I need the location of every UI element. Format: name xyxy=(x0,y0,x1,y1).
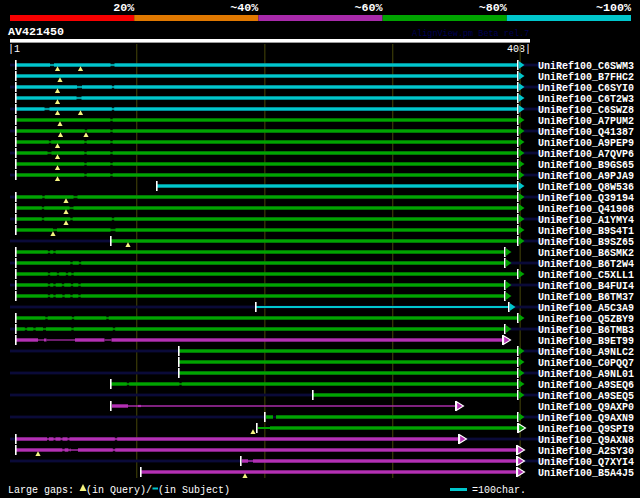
svg-text:UniRef100_Q9AXN9: UniRef100_Q9AXN9 xyxy=(538,413,634,424)
svg-text:UniRef100_Q8W536: UniRef100_Q8W536 xyxy=(538,182,634,193)
svg-text:Large gaps:: Large gaps: xyxy=(8,485,74,496)
svg-text:(in Subject): (in Subject) xyxy=(158,485,230,496)
svg-text:UniRef100_C6SYI0: UniRef100_C6SYI0 xyxy=(538,83,634,94)
svg-text:20%: 20% xyxy=(113,1,135,15)
svg-text:UniRef100_B6SMK2: UniRef100_B6SMK2 xyxy=(538,248,634,259)
svg-text:~80%: ~80% xyxy=(479,1,508,15)
svg-text:408|: 408| xyxy=(507,44,531,55)
svg-text:UniRef100_C5XLL1: UniRef100_C5XLL1 xyxy=(538,270,634,281)
svg-text:UniRef100_Q9SPI9: UniRef100_Q9SPI9 xyxy=(538,424,634,435)
svg-text:AlignView.pm Beta rel.7: AlignView.pm Beta rel.7 xyxy=(412,29,529,39)
svg-text:UniRef100_C0PQQ7: UniRef100_C0PQQ7 xyxy=(538,358,634,369)
svg-text:UniRef100_C6SWZ8: UniRef100_C6SWZ8 xyxy=(538,105,634,116)
svg-text:UniRef100_A9PJA9: UniRef100_A9PJA9 xyxy=(538,171,634,182)
svg-text:(in Query)/: (in Query)/ xyxy=(86,485,152,496)
svg-text:UniRef100_A9SEQ6: UniRef100_A9SEQ6 xyxy=(538,380,634,391)
svg-text:AV421450: AV421450 xyxy=(8,25,64,39)
svg-text:UniRef100_Q7XYI4: UniRef100_Q7XYI4 xyxy=(538,457,634,468)
svg-text:UniRef100_Q9AXP0: UniRef100_Q9AXP0 xyxy=(538,402,634,413)
svg-text:UniRef100_A9NL01: UniRef100_A9NL01 xyxy=(538,369,634,380)
svg-text:UniRef100_C6T2W3: UniRef100_C6T2W3 xyxy=(538,94,634,105)
svg-text:UniRef100_Q41387: UniRef100_Q41387 xyxy=(538,127,634,138)
svg-text:~60%: ~60% xyxy=(355,1,384,15)
svg-text:~40%: ~40% xyxy=(230,1,259,15)
svg-text:UniRef100_B6T2W4: UniRef100_B6T2W4 xyxy=(538,259,634,270)
svg-text:UniRef100_A7QVP6: UniRef100_A7QVP6 xyxy=(538,149,634,160)
svg-text:UniRef100_B9ET99: UniRef100_B9ET99 xyxy=(538,336,634,347)
svg-text:UniRef100_A9PEP9: UniRef100_A9PEP9 xyxy=(538,138,634,149)
svg-text:UniRef100_A2SY30: UniRef100_A2SY30 xyxy=(538,446,634,457)
svg-text:UniRef100_C6SWM3: UniRef100_C6SWM3 xyxy=(538,61,634,72)
svg-text:UniRef100_B9GS65: UniRef100_B9GS65 xyxy=(538,160,634,171)
svg-text:~100%: ~100% xyxy=(596,1,632,15)
svg-text:UniRef100_A9SEQ5: UniRef100_A9SEQ5 xyxy=(538,391,634,402)
svg-text:UniRef100_B6TMB3: UniRef100_B6TMB3 xyxy=(538,325,634,336)
svg-text:|1: |1 xyxy=(8,44,20,55)
svg-text:UniRef100_B9S4T1: UniRef100_B9S4T1 xyxy=(538,226,634,237)
svg-text:UniRef100_B4FUI4: UniRef100_B4FUI4 xyxy=(538,281,634,292)
svg-text:UniRef100_A7PUM2: UniRef100_A7PUM2 xyxy=(538,116,634,127)
svg-text:UniRef100_Q39194: UniRef100_Q39194 xyxy=(538,193,634,204)
svg-text:UniRef100_Q41908: UniRef100_Q41908 xyxy=(538,204,634,215)
svg-text:UniRef100_B9SZ65: UniRef100_B9SZ65 xyxy=(538,237,634,248)
svg-text:UniRef100_B5A4J5: UniRef100_B5A4J5 xyxy=(538,468,634,479)
svg-text:UniRef100_Q9AXN8: UniRef100_Q9AXN8 xyxy=(538,435,634,446)
svg-text:=100char.: =100char. xyxy=(472,485,526,496)
svg-text:UniRef100_B7FHC2: UniRef100_B7FHC2 xyxy=(538,72,634,83)
svg-text:UniRef100_A1YMY4: UniRef100_A1YMY4 xyxy=(538,215,634,226)
svg-text:UniRef100_B6TM37: UniRef100_B6TM37 xyxy=(538,292,634,303)
svg-text:UniRef100_A5C3A9: UniRef100_A5C3A9 xyxy=(538,303,634,314)
svg-text:UniRef100_A9NLC2: UniRef100_A9NLC2 xyxy=(538,347,634,358)
svg-text:UniRef100_Q5ZBY9: UniRef100_Q5ZBY9 xyxy=(538,314,634,325)
